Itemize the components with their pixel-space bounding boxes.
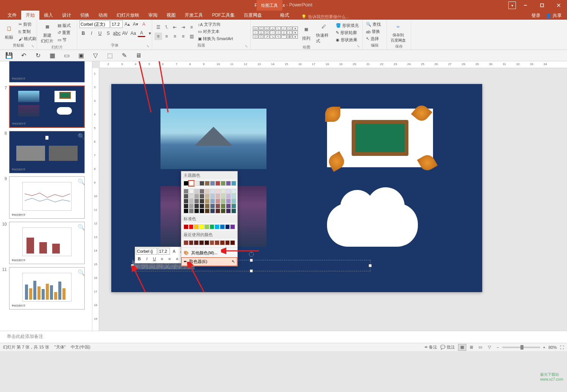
color-swatch[interactable] [226,204,231,208]
qat-custom7-button[interactable]: 🖥 [135,52,142,59]
slide-thumbnail-10[interactable]: 举例页脚文字 🔍 [9,222,85,264]
mini-align-right[interactable]: ≡ [174,255,181,262]
slide-thumbnail-7[interactable]: 举例页脚文字 [9,86,85,128]
italic-button[interactable]: I [88,30,95,37]
zoom-level[interactable]: 80% [548,345,557,350]
color-swatch[interactable] [204,240,209,245]
tab-design[interactable]: 设计 [58,11,76,20]
share-button[interactable]: 👤 共享 [544,12,564,20]
increase-indent-button[interactable]: ⇥ [179,23,187,31]
tab-animations[interactable]: 动画 [94,11,112,20]
color-swatch[interactable] [194,199,199,204]
change-case-button[interactable]: Aa [129,30,137,37]
tab-view[interactable]: 视图 [162,11,180,20]
color-swatch[interactable] [210,194,215,199]
color-swatch[interactable] [230,224,235,229]
color-swatch[interactable] [210,208,215,213]
zoom-slider[interactable] [502,347,540,348]
color-swatch[interactable] [199,189,204,194]
color-swatch[interactable] [210,199,215,204]
color-swatch[interactable] [184,181,188,186]
color-swatch[interactable] [226,208,231,213]
increase-font-button[interactable]: A▴ [123,20,131,28]
comments-toggle[interactable]: 💬 批注 [440,344,455,350]
find-button[interactable]: 🔍查找 [365,21,382,28]
color-swatch[interactable] [184,194,188,199]
color-swatch[interactable] [184,189,188,194]
new-slide-button[interactable]: ▦ 新建 幻灯片 [39,20,55,45]
normal-view-button[interactable]: ▦ [458,344,466,351]
clipboard-dialog-launcher[interactable]: ⤡ [31,44,36,49]
justify-button[interactable]: ≡ [179,33,187,40]
color-swatch[interactable] [194,224,199,229]
color-swatch[interactable] [189,240,194,245]
color-swatch[interactable] [205,208,210,213]
language-indicator[interactable]: 中文(中国) [71,344,90,350]
strikethrough-button[interactable]: S [104,30,112,37]
qat-custom5-button[interactable]: ⬚ [106,52,114,59]
mini-bold-button[interactable]: B [136,255,143,262]
color-swatch[interactable] [205,204,210,208]
slide-thumbnail-11[interactable]: 举例页脚文字 🔍 [9,267,85,310]
columns-button[interactable]: ▥ [188,33,195,40]
mini-font-size[interactable] [158,248,170,255]
slide-thumbnail-9[interactable]: 举例页脚文字 🔍 [9,176,85,219]
color-swatch[interactable] [215,240,220,245]
qat-custom4-button[interactable]: ▽ [92,52,99,59]
text-direction-button[interactable]: ↕A文字方向 [197,21,234,28]
mini-italic-button[interactable]: I [143,255,150,262]
zoom-icon[interactable]: 🔍 [78,178,83,184]
color-swatch[interactable] [194,194,199,199]
font-name-select[interactable] [79,20,110,28]
char-spacing-button[interactable]: AV [121,30,129,37]
color-swatch[interactable] [205,189,210,194]
color-swatch[interactable] [210,181,215,186]
decrease-indent-button[interactable]: ⇤ [171,23,179,31]
color-swatch[interactable] [184,208,188,213]
shadow-button[interactable]: a͟b͟c [113,30,120,37]
mini-align-left[interactable]: ≡ [159,255,165,262]
color-swatch[interactable] [184,204,188,208]
color-swatch[interactable] [231,204,236,208]
reading-view-button[interactable]: ▭ [476,344,484,351]
color-swatch[interactable] [199,240,204,245]
color-swatch[interactable] [199,204,204,208]
color-swatch[interactable] [221,199,226,204]
format-painter-button[interactable]: 🖌格式刷 [17,36,37,42]
color-swatch[interactable] [221,194,226,199]
align-center-button[interactable]: ≡ [163,33,170,40]
copy-button[interactable]: ⎘复制 [17,28,37,35]
color-swatch[interactable] [189,204,194,208]
color-swatch[interactable] [205,181,210,186]
zoom-icon[interactable]: 🔍 [78,133,83,138]
smartart-button[interactable]: ▣转换为 SmartArt [197,36,234,42]
reset-button[interactable]: ↺重置 [56,30,72,36]
color-swatch[interactable] [220,240,225,245]
qat-save-button[interactable]: 💾 [5,52,13,59]
decrease-font-button[interactable]: A▾ [132,20,139,28]
color-swatch[interactable] [221,204,226,208]
color-swatch[interactable] [210,204,215,208]
color-swatch[interactable] [205,199,210,204]
layout-button[interactable]: ▤版式 [56,22,72,29]
color-swatch[interactable] [205,194,210,199]
align-text-button[interactable]: ▭对齐文本 [197,28,234,35]
bold-button[interactable]: B [79,30,87,37]
color-swatch[interactable] [204,224,209,229]
zoom-icon[interactable]: 🔍 [78,224,83,229]
color-swatch[interactable] [226,189,231,194]
zoom-in-button[interactable]: + [543,345,545,350]
replace-button[interactable]: ab替换 [365,28,382,35]
ribbon-display-options-icon[interactable]: ▾ [508,2,516,9]
color-swatch[interactable] [225,224,230,229]
font-color-button[interactable]: A [138,30,145,37]
align-left-button[interactable]: ≡ [154,33,162,40]
qat-custom3-button[interactable]: ▣ [77,52,85,59]
color-swatch[interactable] [215,208,220,213]
color-swatch[interactable] [210,224,215,229]
login-link[interactable]: 登录 [531,12,541,19]
font-size-select[interactable] [111,20,123,28]
tab-transitions[interactable]: 切换 [76,11,94,20]
numbering-button[interactable]: ⒈ [163,23,170,31]
shape-cloud[interactable] [327,203,418,247]
